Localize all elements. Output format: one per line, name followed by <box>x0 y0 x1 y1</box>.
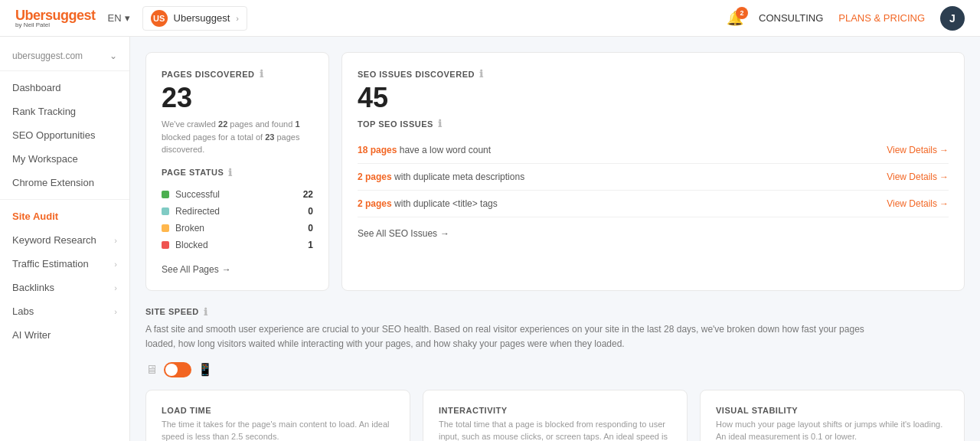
language-button[interactable]: EN ▾ <box>108 12 130 24</box>
nav-left: Ubersuggest by Neil Patel EN ▾ US Ubersu… <box>15 6 247 31</box>
status-row-redirected: Redirected 0 <box>162 203 313 220</box>
top-seo-issues-title: TOP SEO ISSUES ℹ <box>358 118 949 129</box>
site-avatar: US <box>151 10 168 27</box>
chevron-down-icon: ▾ <box>125 12 130 24</box>
broken-dot <box>162 224 169 232</box>
sidebar-divider <box>0 70 129 71</box>
issue-row-2: 2 pages with duplicate <title> tags View… <box>358 191 949 217</box>
top-cards-row: PAGES DISCOVERED ℹ 23 We've crawled 22 p… <box>145 52 965 291</box>
view-details-0[interactable]: View Details → <box>887 145 949 155</box>
domain-name: ubersuggest.com <box>12 51 83 61</box>
pages-discovered-title: PAGES DISCOVERED ℹ <box>162 68 313 80</box>
load-time-card: LOAD TIME The time it takes for the page… <box>145 390 410 441</box>
sidebar-item-traffic-estimation[interactable]: Traffic Estimation › <box>0 252 129 276</box>
load-time-desc: The time it takes for the page's main co… <box>162 418 394 441</box>
chevron-right-icon: › <box>114 236 117 245</box>
sidebar-item-dashboard[interactable]: Dashboard <box>0 76 129 100</box>
site-speed-info-icon[interactable]: ℹ <box>204 306 208 318</box>
pages-discovered-card: PAGES DISCOVERED ℹ 23 We've crawled 22 p… <box>145 52 329 291</box>
visual-stability-desc: How much your page layout shifts or jump… <box>716 418 949 441</box>
arrow-right-icon: → <box>440 228 449 239</box>
interactivity-title: INTERACTIVITY <box>439 406 671 415</box>
sidebar-item-site-audit[interactable]: Site Audit <box>0 204 129 228</box>
page-status-info-icon[interactable]: ℹ <box>228 167 233 178</box>
logo-main: Ubersuggest <box>15 8 96 22</box>
sidebar-divider-2 <box>0 199 129 200</box>
site-speed-title: SITE SPEED ℹ <box>145 306 965 318</box>
sidebar-domain[interactable]: ubersuggest.com ⌄ <box>0 46 129 66</box>
site-name: Ubersuggest <box>174 12 230 24</box>
domain-chevron-icon: ⌄ <box>109 51 117 61</box>
mobile-toggle-button[interactable]: 📱 <box>198 362 213 377</box>
logo: Ubersuggest by Neil Patel <box>15 8 96 28</box>
logo-sub: by Neil Patel <box>15 22 96 28</box>
visual-stability-card: VISUAL STABILITY How much your page layo… <box>700 390 965 441</box>
speed-cards-row: LOAD TIME The time it takes for the page… <box>145 390 965 441</box>
top-seo-info-icon[interactable]: ℹ <box>438 118 443 129</box>
view-details-1[interactable]: View Details → <box>887 172 949 182</box>
sidebar-item-keyword-research[interactable]: Keyword Research › <box>0 228 129 252</box>
arrow-right-icon: → <box>939 145 949 155</box>
sidebar: ubersuggest.com ⌄ Dashboard Rank Trackin… <box>0 37 130 441</box>
notification-badge: 2 <box>736 7 748 19</box>
seo-issues-title: SEO ISSUES DISCOVERED ℹ <box>358 68 949 80</box>
sidebar-item-my-workspace[interactable]: My Workspace <box>0 147 129 171</box>
arrow-right-icon: → <box>939 198 949 209</box>
site-speed-section: SITE SPEED ℹ A fast site and smooth user… <box>145 306 965 442</box>
top-nav: Ubersuggest by Neil Patel EN ▾ US Ubersu… <box>0 0 980 37</box>
device-toggle: 🖥 📱 <box>145 362 965 377</box>
issue-row-0: 18 pages have a low word count View Deta… <box>358 137 949 164</box>
consulting-link[interactable]: CONSULTING <box>759 12 823 24</box>
site-speed-desc: A fast site and smooth user experience a… <box>145 322 880 351</box>
sidebar-item-seo-opportunities[interactable]: SEO Opportunities <box>0 123 129 147</box>
user-avatar[interactable]: J <box>940 6 965 31</box>
status-row-broken: Broken 0 <box>162 220 313 237</box>
sidebar-item-backlinks[interactable]: Backlinks › <box>0 276 129 299</box>
successful-dot <box>162 191 169 198</box>
redirected-dot <box>162 207 169 215</box>
chevron-right-icon: › <box>114 260 117 269</box>
seo-info-icon[interactable]: ℹ <box>479 68 484 80</box>
view-details-2[interactable]: View Details → <box>887 198 949 209</box>
plans-pricing-link[interactable]: PLANS & PRICING <box>838 12 925 24</box>
seo-issues-card: SEO ISSUES DISCOVERED ℹ 45 TOP SEO ISSUE… <box>341 52 965 291</box>
visual-stability-title: VISUAL STABILITY <box>716 406 949 415</box>
arrow-right-icon: → <box>939 172 949 182</box>
seo-issues-count: 45 <box>358 84 949 112</box>
device-toggle-switch[interactable] <box>164 362 191 377</box>
main-content: PAGES DISCOVERED ℹ 23 We've crawled 22 p… <box>130 37 980 441</box>
site-selector[interactable]: US Ubersuggest › <box>142 6 247 31</box>
site-arrow-icon: › <box>236 14 239 23</box>
issue-highlight-1: 2 pages <box>358 172 392 182</box>
sidebar-item-labs[interactable]: Labs › <box>0 299 129 323</box>
status-row-successful: Successful 22 <box>162 186 313 203</box>
arrow-right-icon: → <box>222 264 231 275</box>
sidebar-item-ai-writer[interactable]: AI Writer <box>0 323 129 347</box>
pages-count: 23 <box>162 84 313 112</box>
blocked-dot <box>162 241 169 249</box>
interactivity-desc: The total time that a page is blocked fr… <box>439 418 671 441</box>
status-row-blocked: Blocked 1 <box>162 237 313 253</box>
see-all-pages-link[interactable]: See All Pages → <box>162 264 313 275</box>
issue-row-1: 2 pages with duplicate meta descriptions… <box>358 164 949 191</box>
page-status-title: PAGE STATUS ℹ <box>162 167 313 178</box>
issue-highlight-2: 2 pages <box>358 198 392 209</box>
interactivity-card: INTERACTIVITY The total time that a page… <box>423 390 688 441</box>
notification-button[interactable]: 🔔 2 <box>727 10 743 27</box>
chevron-right-icon: › <box>114 283 117 292</box>
chevron-right-icon: › <box>114 307 117 316</box>
load-time-title: LOAD TIME <box>162 406 394 415</box>
desktop-toggle-button[interactable]: 🖥 <box>145 363 158 377</box>
pages-desc: We've crawled 22 pages and found 1 block… <box>162 118 313 156</box>
info-icon[interactable]: ℹ <box>260 68 264 80</box>
nav-right: 🔔 2 CONSULTING PLANS & PRICING J <box>727 6 965 31</box>
see-all-seo-link[interactable]: See All SEO Issues → <box>358 228 949 239</box>
sidebar-item-rank-tracking[interactable]: Rank Tracking <box>0 100 129 123</box>
main-layout: ubersuggest.com ⌄ Dashboard Rank Trackin… <box>0 37 980 441</box>
issue-highlight-0: 18 pages <box>358 145 397 155</box>
sidebar-item-chrome-extension[interactable]: Chrome Extension <box>0 171 129 194</box>
